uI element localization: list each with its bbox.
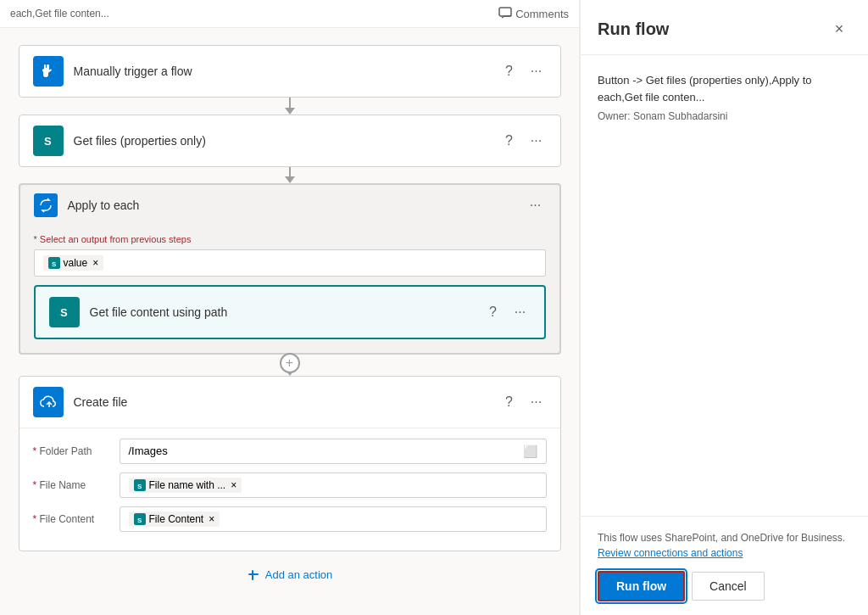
add-step-button[interactable]: + (280, 353, 300, 373)
comments-label: Comments (515, 8, 569, 20)
get-content-s-icon: S (56, 304, 73, 321)
trigger-icon (33, 56, 64, 87)
get-file-content-actions: ? ··· (483, 302, 531, 322)
loop-icon (38, 198, 53, 213)
create-file-help-icon[interactable]: ? (499, 392, 520, 412)
file-name-tag-label: File name with ... (149, 479, 226, 491)
get-files-step: S Get files (properties only) ? ··· (19, 115, 561, 167)
close-button[interactable]: × (827, 17, 851, 41)
get-file-content-card[interactable]: S Get file content using path ? ··· (34, 285, 546, 339)
get-file-content-title: Get file content using path (90, 305, 473, 319)
folder-path-value: /Images (129, 444, 168, 457)
flow-header: each,Get file conten... Comments (0, 0, 579, 28)
panel-buttons: Run flow Cancel (598, 571, 851, 601)
add-action-button[interactable]: Add an action (247, 568, 333, 582)
svg-text:S: S (52, 260, 57, 267)
cancel-button[interactable]: Cancel (692, 572, 765, 601)
add-action-label: Add an action (265, 568, 333, 581)
hand-icon (40, 63, 57, 80)
svg-text:S: S (44, 135, 52, 148)
svg-text:S: S (137, 483, 142, 489)
file-name-s-icon: S (136, 481, 144, 489)
get-file-content-icon: S (49, 297, 80, 327)
panel-header: Run flow × (581, 0, 868, 55)
select-output-label: * Select an output from previous steps (34, 234, 546, 244)
connector-arrow-2 (285, 176, 295, 183)
file-name-label: * File Name (33, 479, 109, 491)
folder-browse-icon[interactable]: ⬜ (523, 444, 537, 458)
get-files-card[interactable]: S Get files (properties only) ? ··· (19, 115, 561, 167)
file-content-row: * File Content S File Content × (33, 506, 547, 532)
tag-s-icon: S (50, 259, 58, 267)
trigger-more-icon[interactable]: ··· (526, 61, 547, 81)
trigger-step: Manually trigger a flow ? ··· (19, 45, 561, 98)
file-content-input[interactable]: S File Content × (120, 506, 547, 532)
svg-text:S: S (60, 306, 68, 319)
connector-line-2 (289, 167, 291, 177)
apply-each-icon (34, 193, 58, 217)
get-files-title: Get files (properties only) (74, 134, 489, 148)
file-name-input[interactable]: S File name with ... × (120, 472, 547, 498)
svg-rect-7 (252, 570, 253, 580)
add-action-icon (247, 568, 260, 582)
create-file-more-icon[interactable]: ··· (526, 392, 547, 412)
trigger-card[interactable]: Manually trigger a flow ? ··· (19, 45, 561, 98)
get-files-more-icon[interactable]: ··· (526, 131, 547, 151)
review-link[interactable]: Review connections and actions (598, 547, 743, 559)
get-file-content-more-icon[interactable]: ··· (510, 302, 531, 322)
apply-each-container: Apply to each ··· * Select an output fro… (19, 183, 561, 355)
apply-each-body: * Select an output from previous steps S… (20, 226, 559, 353)
tag-label: value (64, 257, 88, 269)
run-flow-panel: Run flow × Button -> Get files (properti… (580, 0, 868, 615)
panel-body: Button -> Get files (properties only),Ap… (581, 55, 868, 516)
panel-title: Run flow (598, 20, 669, 39)
folder-path-input[interactable]: /Images ⬜ (120, 439, 547, 464)
create-file-title: Create file (74, 395, 489, 409)
folder-path-row: * Folder Path /Images ⬜ (33, 439, 547, 464)
create-file-header[interactable]: Create file ? ··· (19, 377, 560, 428)
connector-arrow-1 (285, 108, 295, 115)
file-name-row: * File Name S File name with ... × (33, 472, 547, 498)
create-file-icon (33, 387, 64, 417)
file-name-tag: S File name with ... × (129, 478, 242, 493)
file-content-label: * File Content (33, 513, 109, 525)
output-field[interactable]: S value × (34, 249, 546, 277)
file-name-tag-icon: S (134, 479, 146, 491)
folder-path-label: * Folder Path (33, 445, 109, 457)
svg-text:S: S (137, 517, 142, 523)
connector-line-1 (289, 98, 291, 108)
file-content-tag-label: File Content (149, 513, 204, 525)
get-file-content-help-icon[interactable]: ? (483, 302, 504, 322)
tag-close-icon[interactable]: × (92, 257, 98, 269)
flow-content: Manually trigger a flow ? ··· S Get file… (0, 28, 579, 609)
trigger-actions: ? ··· (499, 61, 547, 81)
cloud-upload-icon (39, 393, 58, 411)
bottom-bar: Add an action (233, 551, 347, 592)
connector-2 (285, 167, 295, 184)
file-content-tag-close[interactable]: × (209, 513, 214, 525)
trigger-help-icon[interactable]: ? (499, 61, 520, 81)
comment-icon (498, 7, 512, 20)
flow-description: Button -> Get files (properties only),Ap… (598, 72, 851, 105)
file-name-tag-close[interactable]: × (231, 479, 236, 491)
file-content-tag-icon: S (134, 513, 146, 525)
sharepoint-icon: S (40, 132, 57, 149)
connector-1 (285, 98, 295, 115)
flow-note: This flow uses SharePoint, and OneDrive … (598, 530, 851, 561)
get-files-help-icon[interactable]: ? (499, 131, 520, 151)
create-file-actions: ? ··· (499, 392, 547, 412)
panel-footer: This flow uses SharePoint, and OneDrive … (581, 516, 868, 615)
flow-canvas: each,Get file conten... Comments Manuall… (0, 0, 580, 615)
value-tag: S value × (43, 255, 104, 271)
get-files-actions: ? ··· (499, 131, 547, 151)
run-flow-button[interactable]: Run flow (598, 571, 685, 601)
flow-owner: Owner: Sonam Subhadarsini (598, 110, 851, 122)
apply-each-more-icon[interactable]: ··· (526, 195, 546, 215)
file-content-s-icon: S (136, 515, 144, 523)
comments-button[interactable]: Comments (498, 7, 569, 20)
create-file-container: Create file ? ··· * Folder Path /Images … (19, 376, 561, 551)
flow-note-text: This flow uses SharePoint, and OneDrive … (598, 532, 845, 544)
connector-plus-container: + (285, 355, 295, 376)
apply-each-header[interactable]: Apply to each ··· (20, 185, 559, 226)
file-content-tag: S File Content × (129, 512, 220, 527)
